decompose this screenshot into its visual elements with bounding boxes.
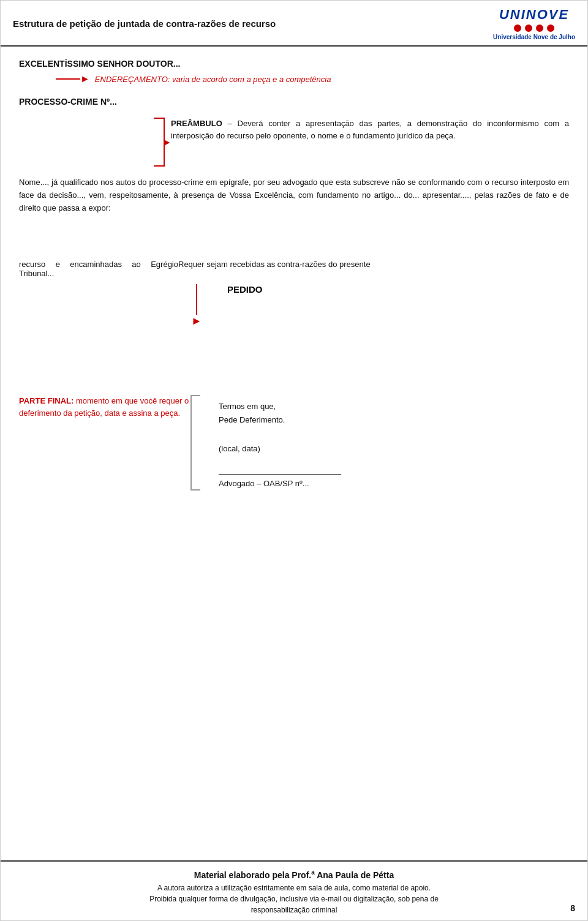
footer-sub3: responsabilização criminal [13, 904, 575, 915]
pedido-section: ► PEDIDO [19, 284, 569, 328]
salutation-text: EXCELENTÍSSIMO SENHOR DOUTOR... [19, 59, 569, 69]
pedido-vertical-line [196, 284, 197, 315]
process-line: PROCESSO-CRIME Nº... [19, 97, 569, 107]
footer-text-part2: Ana Paula de Pétta [315, 870, 394, 880]
preamble-text: – Deverá conter a apresentação das parte… [171, 119, 569, 140]
salutation-annotation-row: ► ENDEREÇAMENTO: varia de acordo com a p… [19, 73, 569, 85]
preamble-section: PREÂMBULO – Deverá conter a apresentação… [19, 118, 569, 167]
local-data: (local, data) [219, 442, 569, 456]
arrow-stem [56, 78, 80, 80]
annotation-arrow: ► [56, 73, 90, 85]
parte-final-right: Termos em que, Pede Deferimento. (local,… [209, 395, 569, 490]
main-content: EXCELENTÍSSIMO SENHOR DOUTOR... ► ENDERE… [1, 47, 587, 860]
logo-dot-4 [547, 24, 554, 32]
pedido-label: PEDIDO [215, 284, 569, 295]
footer: Material elaborado pela Prof.a Ana Paula… [1, 860, 587, 920]
uninove-logo: UNINOVE Universidade Nove de Julho [493, 7, 575, 40]
logo-area: UNINOVE Universidade Nove de Julho [493, 7, 575, 40]
termos-text: Termos em que, Pede Deferimento. [219, 400, 569, 427]
arrow-head-icon: ► [80, 73, 90, 85]
footer-sub2: Proibida qualquer forma de divulgação, i… [13, 893, 575, 904]
parte-final-title: PARTE FINAL: [19, 396, 74, 405]
page-number: 8 [570, 903, 575, 913]
termos-line1: Termos em que, [219, 400, 569, 413]
logo-subtitle: Universidade Nove de Julho [493, 34, 575, 40]
salutation-annotation-text: ENDEREÇAMENTO: varia de acordo com a peç… [95, 75, 331, 84]
footer-text-part1: Material elaborado pela Prof. [194, 870, 311, 880]
signature-line [219, 474, 341, 475]
footer-main-text: Material elaborado pela Prof.a Ana Paula… [13, 869, 575, 880]
preamble-bracket-icon [154, 118, 165, 167]
preamble-left-pad [19, 118, 154, 167]
logo-dot-1 [514, 24, 521, 32]
parte-final-section: PARTE FINAL: momento em que você requer … [19, 395, 569, 490]
signature-area: Advogado – OAB/SP nº... [219, 474, 569, 491]
termos-line2: Pede Deferimento. [219, 413, 569, 427]
parte-final-left: PARTE FINAL: momento em que você requer … [19, 395, 190, 490]
page-header: Estrutura de petição de juntada de contr… [1, 1, 587, 47]
logo-dot-3 [536, 24, 543, 32]
logo-dots [514, 24, 554, 32]
page-title: Estrutura de petição de juntada de contr… [13, 18, 276, 29]
parte-final-bracket-icon [190, 395, 200, 490]
signature-text: Advogado – OAB/SP nº... [219, 477, 569, 491]
requer-left-text: recurso e encaminhadas ao Egrégio Tribun… [19, 260, 178, 278]
logo-dot-2 [525, 24, 532, 32]
body-paragraph: Nome..., já qualificado nos autos do pro… [19, 176, 569, 214]
footer-sub1: A autora autoriza a utilização estritame… [13, 882, 575, 893]
pedido-arrow-icon: ► [191, 315, 202, 328]
logo-text: UNINOVE [499, 7, 569, 23]
footer-content: Material elaborado pela Prof.a Ana Paula… [1, 860, 587, 920]
preamble-label: PREÂMBULO [171, 119, 222, 128]
pedido-arrow-area: ► [178, 284, 215, 328]
requer-center-text: Requer sejam recebidas as contra-razões … [178, 260, 569, 269]
preamble-content: PREÂMBULO – Deverá conter a apresentação… [171, 118, 569, 167]
requer-section: recurso e encaminhadas ao Egrégio Tribun… [19, 260, 569, 278]
parte-final-bracket-area [190, 395, 209, 490]
